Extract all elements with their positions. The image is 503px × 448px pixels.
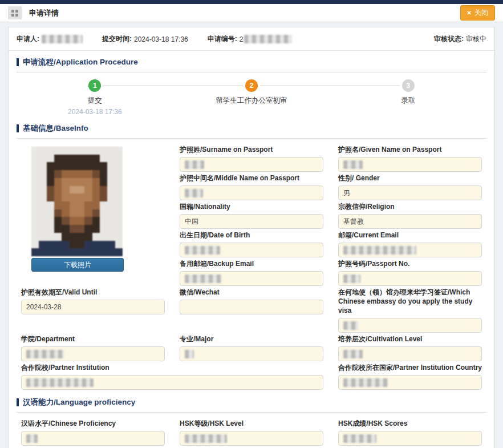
valid-until-input[interactable]: 2024-03-28 bbox=[21, 300, 165, 314]
close-button[interactable]: ✕ 关闭 bbox=[460, 5, 495, 21]
redacted-value bbox=[343, 160, 363, 169]
field-label: 性别/ Gender bbox=[338, 173, 482, 183]
wechat-input[interactable] bbox=[180, 300, 323, 314]
redacted-value bbox=[26, 350, 64, 358]
field-chinese-proficiency: 汉语水平/Chinese Proficiency bbox=[21, 419, 165, 446]
submit-time-label: 提交时间: bbox=[102, 34, 132, 44]
department-input[interactable] bbox=[21, 346, 165, 361]
field-label: 学院/Department bbox=[21, 334, 165, 344]
field-label: 专业/Major bbox=[180, 334, 323, 344]
page-header: 申请详情 ✕ 关闭 bbox=[0, 4, 503, 22]
step-1-circle: 1 bbox=[88, 79, 101, 92]
field-label: 微信/Wechat bbox=[180, 288, 323, 297]
section-application-procedure: 申请流程/Application Procedure bbox=[17, 57, 486, 67]
section-accent-bar bbox=[17, 398, 19, 406]
application-no-prefix: 2 bbox=[240, 35, 244, 43]
field-label: HSK成绩/HSK Scores bbox=[338, 419, 482, 428]
field-label: 出生日期/Date of Birth bbox=[180, 231, 323, 240]
field-backup-email: 备用邮箱/Backup Email bbox=[180, 259, 323, 286]
backup-email-input[interactable] bbox=[180, 271, 323, 286]
date-of-birth-input[interactable] bbox=[180, 243, 323, 257]
field-label: 国籍/Nationality bbox=[180, 202, 323, 211]
redacted-value bbox=[185, 189, 203, 197]
field-passport-no: 护照号码/Passport No. bbox=[338, 259, 482, 286]
summary-row: 申请人: 提交时间: 2024-03-18 17:36 申请编号: 2 审核状态… bbox=[9, 27, 494, 51]
field-label: 备用邮箱/Backup Email bbox=[180, 259, 323, 268]
field-label: 护照中间名/Middle Name on Passport bbox=[180, 173, 323, 183]
review-status-item: 审核状态: 审核中 bbox=[434, 34, 486, 44]
surname-input[interactable] bbox=[180, 157, 323, 172]
religion-input[interactable]: 基督教 bbox=[338, 214, 482, 229]
partner-country-input[interactable] bbox=[338, 375, 482, 390]
gender-input[interactable]: 男 bbox=[338, 185, 482, 200]
section-title: 申请流程/Application Procedure bbox=[23, 57, 138, 67]
field-partner-country: 合作院校所在国家/Partner Institution Country bbox=[338, 363, 482, 390]
redacted-value bbox=[185, 246, 220, 255]
section-title: 基础信息/BaseInfo bbox=[23, 123, 88, 134]
step-submitted: 1 提交 2024-03-18 17:36 bbox=[17, 79, 173, 116]
field-hsk-level: HSK等级/HSK Level bbox=[180, 419, 323, 446]
redacted-value bbox=[343, 378, 388, 387]
field-label: 合作院校所在国家/Partner Institution Country bbox=[338, 363, 482, 372]
step-1-label: 提交 bbox=[17, 96, 173, 106]
major-input[interactable] bbox=[180, 346, 323, 361]
step-3-label: 录取 bbox=[330, 96, 486, 106]
step-admission: 3 录取 bbox=[330, 79, 486, 116]
redacted-value bbox=[185, 350, 194, 358]
field-label: 护照名/Given Name on Passport bbox=[338, 145, 482, 154]
section-language-proficiency: 汉语能力/Language proficiency bbox=[17, 397, 486, 407]
redacted-value bbox=[343, 350, 363, 358]
field-major: 专业/Major bbox=[180, 334, 323, 361]
field-label: 培养层次/Cultivation Level bbox=[338, 334, 482, 344]
application-no-redacted-value bbox=[244, 35, 292, 43]
hsk-scores-input[interactable] bbox=[338, 431, 482, 446]
middle-name-input[interactable] bbox=[180, 185, 323, 200]
step-1-date: 2024-03-18 17:36 bbox=[17, 108, 173, 116]
field-wechat: 微信/Wechat bbox=[180, 288, 323, 314]
submit-time-value: 2024-03-18 17:36 bbox=[134, 35, 188, 43]
partner-institution-input[interactable] bbox=[21, 375, 323, 390]
redacted-value bbox=[185, 434, 227, 443]
applicant-label: 申请人: bbox=[17, 34, 39, 44]
applicant-redacted-value bbox=[42, 35, 83, 43]
review-status-value: 审核中 bbox=[466, 34, 486, 44]
section-accent-bar bbox=[17, 124, 19, 132]
base-info-form: 下载照片 护照姓/Surname on Passport 护照名/Given N… bbox=[9, 139, 494, 391]
download-photo-button[interactable]: 下载照片 bbox=[31, 258, 124, 272]
close-label: 关闭 bbox=[474, 8, 488, 18]
field-cultivation-level: 培养层次/Cultivation Level bbox=[338, 334, 482, 361]
field-label: 合作院校/Partner Institution bbox=[21, 363, 323, 372]
grid-menu-icon[interactable] bbox=[8, 6, 22, 19]
step-3-circle: 3 bbox=[402, 79, 415, 92]
redacted-value bbox=[343, 321, 358, 330]
section-accent-bar bbox=[17, 58, 19, 66]
redacted-value bbox=[343, 275, 360, 283]
hsk-level-input[interactable] bbox=[180, 431, 323, 446]
current-email-input[interactable] bbox=[338, 243, 482, 257]
chinese-proficiency-input[interactable] bbox=[21, 431, 165, 446]
embassy-input[interactable] bbox=[338, 318, 482, 333]
top-navy-bar bbox=[0, 0, 503, 4]
application-no-item: 申请编号: 2 bbox=[208, 34, 293, 44]
field-gender: 性别/ Gender 男 bbox=[338, 173, 482, 200]
field-label: 护照姓/Surname on Passport bbox=[180, 145, 323, 154]
field-label: 宗教信仰/Religion bbox=[338, 202, 482, 211]
redacted-value bbox=[26, 378, 94, 387]
field-valid-until: 护照有效期至/Valid Until 2024-03-28 bbox=[21, 288, 165, 314]
step-2-circle: 2 bbox=[245, 79, 258, 92]
application-detail-card: 申请人: 提交时间: 2024-03-18 17:36 申请编号: 2 审核状态… bbox=[8, 27, 495, 448]
field-label: 护照有效期至/Valid Until bbox=[21, 288, 165, 297]
step-office-review: 2 留学生工作办公室初审 bbox=[173, 79, 330, 116]
nationality-input[interactable]: 中国 bbox=[180, 214, 323, 229]
field-date-of-birth: 出生日期/Date of Birth bbox=[180, 231, 323, 257]
field-partner-institution: 合作院校/Partner Institution bbox=[21, 363, 323, 390]
cultivation-level-input[interactable] bbox=[338, 346, 482, 361]
field-label: 汉语水平/Chinese Proficiency bbox=[21, 419, 165, 428]
given-name-input[interactable] bbox=[338, 157, 482, 172]
applicant-photo-block: 下载照片 bbox=[21, 145, 165, 272]
field-given-name: 护照名/Given Name on Passport bbox=[338, 145, 482, 172]
close-icon: ✕ bbox=[467, 10, 472, 16]
grid-icon bbox=[11, 10, 18, 17]
section-title: 汉语能力/Language proficiency bbox=[23, 397, 135, 407]
passport-no-input[interactable] bbox=[338, 271, 482, 286]
